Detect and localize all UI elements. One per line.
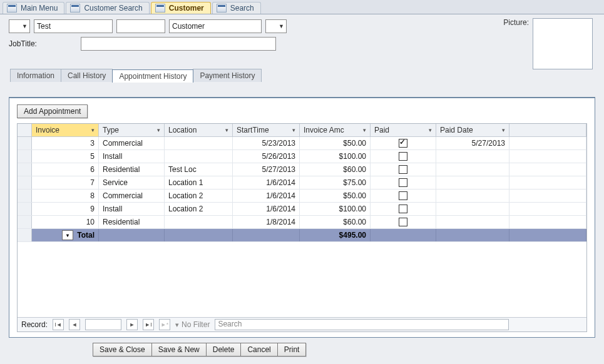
first-name-field[interactable]: Test	[34, 19, 113, 33]
cell-paid[interactable]	[371, 163, 436, 176]
cell-amount[interactable]: $75.00	[300, 176, 371, 189]
cell-invoice[interactable]: 6	[32, 163, 99, 176]
nav-new-button[interactable]: ►*	[159, 319, 170, 330]
nav-next-button[interactable]: ►	[126, 319, 138, 330]
middle-name-field[interactable]	[116, 19, 165, 33]
cell-invoice[interactable]: 5	[32, 150, 99, 163]
print-button[interactable]: Print	[277, 343, 307, 356]
table-row[interactable]: 5Install5/26/2013$100.00	[18, 150, 586, 163]
checkbox-icon[interactable]	[399, 218, 407, 226]
row-selector[interactable]	[18, 216, 32, 228]
cell-location[interactable]	[165, 137, 233, 149]
cell-type[interactable]: Commercial	[99, 190, 165, 202]
cell-starttime[interactable]: 1/6/2014	[233, 203, 300, 215]
row-selector-header[interactable]	[18, 124, 32, 136]
table-row[interactable]: 8CommercialLocation 21/6/2014$50.00	[18, 190, 586, 203]
cell-starttime[interactable]: 5/27/2013	[233, 163, 300, 176]
add-appointment-button[interactable]: Add Appointment	[17, 104, 88, 118]
column-header-location[interactable]: Location▾	[165, 124, 233, 136]
cell-location[interactable]: Location 2	[165, 190, 233, 202]
checkbox-icon[interactable]	[399, 191, 407, 200]
column-header-starttime[interactable]: StartTime▾	[233, 124, 300, 136]
total-combo[interactable]: ▾	[62, 230, 73, 240]
checkbox-icon[interactable]	[399, 139, 407, 148]
cell-amount[interactable]: $60.00	[300, 216, 371, 228]
cell-paid[interactable]	[371, 203, 436, 215]
cell-starttime[interactable]: 5/26/2013	[233, 150, 300, 163]
cell-paid[interactable]	[371, 137, 436, 149]
cell-starttime[interactable]: 5/23/2013	[233, 137, 300, 149]
cell-paid[interactable]	[371, 150, 436, 163]
column-header-type[interactable]: Type▾	[99, 124, 165, 136]
tab-call-history[interactable]: Call History	[61, 69, 113, 82]
cell-amount[interactable]: $50.00	[300, 190, 371, 202]
cell-type[interactable]: Install	[99, 203, 165, 215]
cell-type[interactable]: Install	[99, 150, 165, 163]
cell-amount[interactable]: $60.00	[300, 163, 371, 176]
cell-location[interactable]: Location 2	[165, 203, 233, 215]
column-header-paid-date[interactable]: Paid Date▾	[436, 124, 509, 136]
cell-paid-date[interactable]: 5/27/2013	[436, 137, 509, 149]
cell-location[interactable]: Test Loc	[165, 163, 233, 176]
row-selector[interactable]	[18, 150, 32, 163]
cell-location[interactable]: Location 1	[165, 176, 233, 189]
cell-invoice[interactable]: 8	[32, 190, 99, 202]
cell-paid[interactable]	[371, 176, 436, 189]
row-selector[interactable]	[18, 190, 32, 202]
cell-paid[interactable]	[371, 190, 436, 202]
cell-paid-date[interactable]	[436, 216, 509, 228]
cell-paid-date[interactable]	[436, 176, 509, 189]
row-selector[interactable]	[18, 163, 32, 176]
title-combo[interactable]: ▼	[9, 19, 30, 33]
grid-search-box[interactable]: Search	[215, 319, 509, 330]
tab-appointment-history[interactable]: Appointment History	[112, 69, 193, 83]
table-row[interactable]: 7ServiceLocation 11/6/2014$75.00	[18, 176, 586, 190]
checkbox-icon[interactable]	[399, 165, 407, 174]
column-header-invoice[interactable]: Invoice▾	[32, 124, 99, 136]
doctab-main-menu[interactable]: Main Menu	[3, 2, 64, 14]
cell-paid-date[interactable]	[436, 163, 509, 176]
cell-paid-date[interactable]	[436, 190, 509, 202]
cell-type[interactable]: Service	[99, 176, 165, 189]
table-row[interactable]: 3Commercial5/23/2013$50.005/27/2013	[18, 137, 586, 150]
nav-prev-button[interactable]: ◄	[69, 319, 80, 330]
filter-indicator[interactable]: ▾No Filter	[175, 320, 210, 329]
checkbox-icon[interactable]	[399, 178, 407, 187]
save-close-button[interactable]: Save & Close	[93, 343, 151, 356]
cell-starttime[interactable]: 1/6/2014	[233, 176, 300, 189]
cell-amount[interactable]: $100.00	[300, 150, 371, 163]
checkbox-icon[interactable]	[399, 205, 407, 213]
table-row[interactable]: 6ResidentialTest Loc5/27/2013$60.00	[18, 163, 586, 176]
tab-information[interactable]: Information	[10, 69, 61, 82]
column-header-invoice-amc[interactable]: Invoice Amc▾	[300, 124, 371, 136]
jobtitle-field[interactable]	[81, 37, 276, 51]
nav-last-button[interactable]: ►I	[143, 319, 154, 330]
nav-first-button[interactable]: I◄	[53, 319, 64, 330]
cell-type[interactable]: Residential	[99, 216, 165, 228]
cell-invoice[interactable]: 7	[32, 176, 99, 189]
save-new-button[interactable]: Save & New	[151, 343, 206, 356]
cell-invoice[interactable]: 3	[32, 137, 99, 149]
cell-starttime[interactable]: 1/8/2014	[233, 216, 300, 228]
cell-starttime[interactable]: 1/6/2014	[233, 190, 300, 202]
table-row[interactable]: 10Residential1/8/2014$60.00	[18, 216, 586, 229]
cell-paid[interactable]	[371, 216, 436, 228]
cell-amount[interactable]: $50.00	[300, 137, 371, 149]
doctab-search[interactable]: Search	[212, 2, 261, 14]
suffix-combo[interactable]: ▼	[265, 19, 287, 33]
cancel-button[interactable]: Cancel	[240, 343, 277, 356]
cell-paid-date[interactable]	[436, 150, 509, 163]
column-header-paid[interactable]: Paid▾	[371, 124, 436, 136]
doctab-customer[interactable]: Customer	[151, 2, 211, 14]
cell-location[interactable]	[165, 150, 233, 163]
cell-paid-date[interactable]	[436, 203, 509, 215]
table-row[interactable]: 9InstallLocation 21/6/2014$100.00	[18, 203, 586, 216]
row-selector[interactable]	[18, 203, 32, 215]
doctab-customer-search[interactable]: Customer Search	[66, 2, 149, 14]
cell-type[interactable]: Residential	[99, 163, 165, 176]
tab-payment-history[interactable]: Payment History	[193, 69, 262, 82]
last-name-field[interactable]: Customer	[169, 19, 262, 33]
cell-type[interactable]: Commercial	[99, 137, 165, 149]
row-selector[interactable]	[18, 176, 32, 189]
cell-invoice[interactable]: 10	[32, 216, 99, 228]
